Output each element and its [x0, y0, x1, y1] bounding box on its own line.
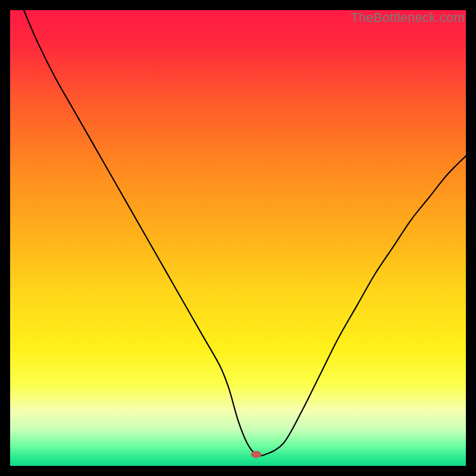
chart-svg [10, 10, 466, 466]
chart-frame: TheBottleneck.com [10, 10, 466, 466]
watermark-text: TheBottleneck.com [350, 10, 465, 26]
optimum-marker [251, 451, 262, 458]
chart-background [10, 10, 466, 466]
